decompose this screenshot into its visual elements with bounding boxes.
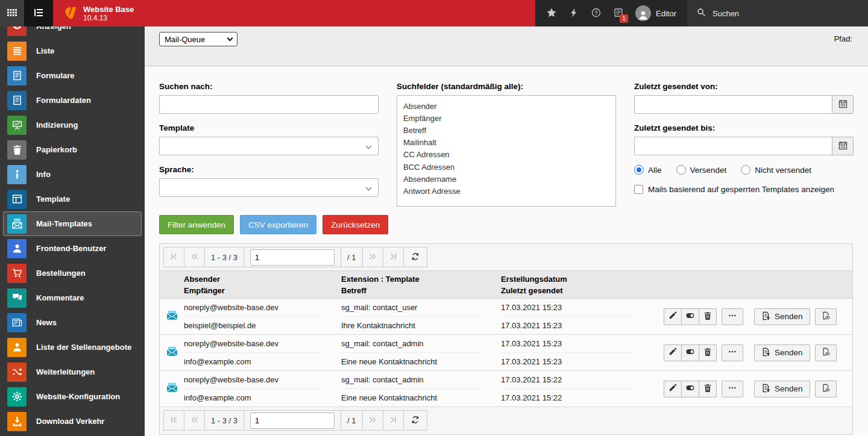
pencil-icon	[668, 384, 677, 394]
refresh-button[interactable]	[404, 248, 427, 267]
toggle-icon	[686, 384, 694, 394]
global-search[interactable]: Suchen	[687, 0, 868, 26]
chevron-down-icon	[227, 35, 233, 41]
bookmarks-button[interactable]	[540, 0, 562, 26]
page-last-button[interactable]	[383, 248, 404, 267]
send-mail-icon	[761, 347, 770, 358]
form-icon	[7, 66, 27, 86]
pagination-range-label: 1 - 3 / 3	[205, 411, 244, 430]
more-options-button[interactable]	[722, 308, 743, 325]
sidebar-item-label: Mail-Templates	[36, 219, 92, 228]
delete-button[interactable]	[699, 381, 717, 397]
preview-icon	[822, 311, 830, 322]
pagination-total-label: / 1	[341, 411, 362, 430]
send-button[interactable]: Senden	[754, 308, 810, 325]
sidebar-item-formulare[interactable]: Formulare	[3, 63, 142, 88]
radio-nicht-versendet[interactable]: Nicht versendet	[741, 165, 811, 175]
radio-versendet[interactable]: Versendet	[676, 165, 727, 175]
notifications-button[interactable]: 1	[607, 0, 629, 26]
searchfield-option-cc-adressen[interactable]: CC Adressen	[397, 149, 615, 161]
searchfield-option-absender[interactable]: Absender	[397, 100, 615, 112]
searchfield-option-bcc-adressen[interactable]: BCC Adressen	[397, 161, 615, 173]
delete-button[interactable]	[699, 344, 717, 361]
send-button[interactable]: Senden	[754, 344, 810, 361]
sidebar-item-formulardaten[interactable]: Formulardaten	[3, 88, 142, 113]
module-sidebar: Anzeigen Liste Formulare Formulardaten I…	[0, 26, 145, 436]
searchfields-multiselect[interactable]: AbsenderEmpfängerBetreffMailinhaltCC Adr…	[397, 95, 616, 207]
sent-from-calendar-button[interactable]	[832, 95, 854, 114]
preview-button[interactable]	[815, 344, 837, 361]
radio-alle[interactable]: Alle	[634, 165, 662, 175]
page-next-button[interactable]	[363, 411, 383, 430]
sidebar-item-bestellungen[interactable]: Bestellungen	[3, 261, 142, 285]
more-options-button[interactable]	[722, 381, 743, 397]
page-number-input[interactable]	[250, 249, 335, 266]
hide-button[interactable]	[681, 344, 699, 361]
page-next-button[interactable]	[363, 248, 383, 267]
created-cell: 17.03.2021 15:22	[501, 371, 632, 389]
sidebar-item-news[interactable]: News	[3, 310, 142, 335]
sidebar-item-weiterleitungen[interactable]: Weiterleitungen	[3, 360, 142, 384]
hide-button[interactable]	[681, 308, 699, 325]
template-select[interactable]	[159, 137, 379, 155]
page-previous-button[interactable]	[184, 411, 205, 430]
page-previous-button[interactable]	[184, 248, 205, 267]
preview-button[interactable]	[815, 381, 837, 397]
sent-from-input[interactable]	[634, 95, 832, 114]
sidebar-item-download-verkehr[interactable]: Download Verkehr	[3, 409, 142, 434]
clear-cache-button[interactable]	[562, 0, 585, 26]
searchfield-option-empf-nger[interactable]: Empfänger	[397, 112, 615, 124]
typo3-logo-icon	[61, 5, 77, 21]
apply-filter-button[interactable]: Filter anwenden	[159, 215, 234, 234]
csv-export-button[interactable]: CSV exportieren	[240, 215, 316, 234]
sidebar-item-anzeigen[interactable]: Anzeigen	[3, 26, 142, 39]
module-function-select[interactable]: Mail-Queue	[159, 32, 237, 46]
page-number-input[interactable]	[250, 413, 335, 429]
sent-to-calendar-button[interactable]	[832, 137, 854, 155]
brand-area[interactable]: Website Base 10.4.13	[53, 0, 535, 26]
page-tree-toggle-button[interactable]	[24, 0, 53, 26]
sent-to-input[interactable]	[634, 137, 832, 155]
sidebar-item-info[interactable]: Info	[3, 162, 142, 187]
edit-button[interactable]	[664, 308, 682, 325]
locked-templates-checkbox[interactable]	[634, 185, 643, 194]
edit-button[interactable]	[664, 344, 682, 361]
page-first-button[interactable]	[164, 248, 184, 267]
delete-button[interactable]	[699, 308, 717, 325]
sidebar-item-label: Download Verkehr	[36, 417, 104, 426]
sidebar-item-kommentare[interactable]: Kommentare	[3, 285, 142, 310]
page-first-button[interactable]	[164, 411, 184, 430]
user-menu-button[interactable]: Editor	[629, 0, 682, 26]
sidebar-item-liste[interactable]: Liste	[3, 39, 142, 63]
edit-button[interactable]	[664, 381, 682, 397]
searchfield-option-antwort-adresse[interactable]: Antwort Adresse	[397, 185, 615, 197]
sidebar-item-liste-der-stellenangebote[interactable]: Liste der Stellenangebote	[3, 335, 142, 360]
ellipsis-icon	[728, 347, 737, 358]
searchfield-option-mailinhalt[interactable]: Mailinhalt	[397, 137, 615, 149]
sidebar-item-mail-templates[interactable]: Mail-Templates	[3, 211, 142, 236]
sidebar-item-frontend-benutzer[interactable]: Frontend-Benutzer	[3, 236, 142, 261]
send-button[interactable]: Senden	[754, 381, 810, 397]
module-menu-button[interactable]	[0, 0, 24, 26]
refresh-icon	[411, 416, 420, 426]
sidebar-item-papierkorb[interactable]: Papierkorb	[3, 137, 142, 162]
svg-text:?: ?	[594, 10, 597, 16]
sidebar-item-template[interactable]: Template	[3, 187, 142, 211]
comments-icon	[7, 288, 27, 308]
hide-button[interactable]	[681, 381, 699, 397]
refresh-button[interactable]	[404, 411, 427, 430]
more-options-button[interactable]	[722, 344, 743, 361]
sidebar-item-website-konfiguration[interactable]: Website-Konfiguration	[3, 384, 142, 409]
preview-button[interactable]	[815, 308, 837, 325]
searchfield-option-betreff[interactable]: Betreff	[397, 124, 615, 136]
language-select[interactable]	[159, 178, 379, 197]
reset-button[interactable]: Zurücksetzen	[322, 215, 388, 234]
help-button[interactable]: ?	[585, 0, 607, 26]
searchfield-option-absendername[interactable]: Absendername	[397, 173, 615, 185]
page-last-button[interactable]	[383, 411, 404, 430]
last-sent-cell: 17.03.2021 15:23	[501, 317, 632, 335]
sidebar-item-indizierung[interactable]: Indizierung	[3, 113, 142, 137]
search-input[interactable]	[159, 95, 379, 114]
sender-cell: noreply@website-base.dev	[184, 299, 324, 317]
preview-icon	[822, 384, 830, 394]
